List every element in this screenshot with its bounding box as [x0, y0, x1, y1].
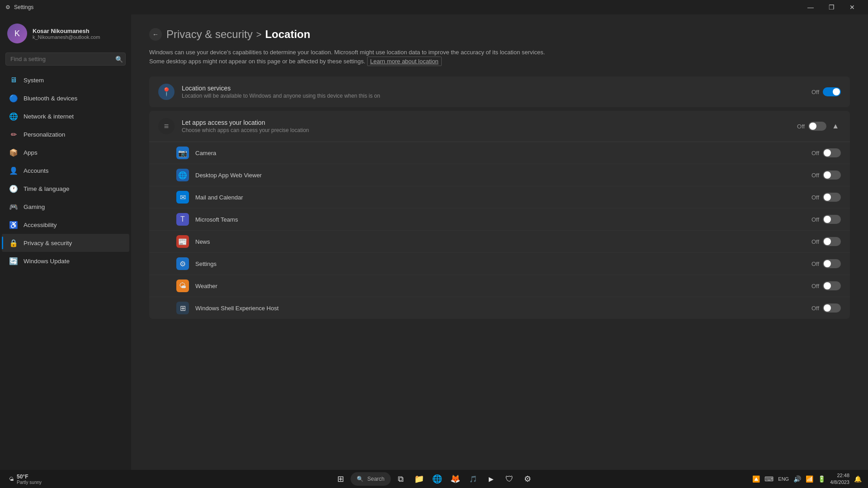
app-control-camera: Off — [811, 148, 841, 157]
app-icon-settings: ⚙ — [176, 257, 189, 270]
sidebar-item-label-time: Time & language — [24, 185, 70, 192]
taskbar-search-icon: 🔍 — [357, 476, 363, 482]
location-services-info: Location services Location will be avail… — [182, 85, 804, 99]
sidebar-item-time[interactable]: 🕐 Time & language — [2, 180, 129, 198]
sidebar-item-update[interactable]: 🔄 Windows Update — [2, 252, 129, 270]
taskbar-center: ⊞ 🔍 Search ⧉ 📁 🌐 🦊 🎵 ▶ 🛡 ⚙ — [332, 471, 535, 487]
app-name-teams: Microsoft Teams — [195, 216, 805, 223]
learn-more-link[interactable]: Learn more about location — [367, 57, 442, 66]
app-icon-weather: 🌤 — [176, 280, 189, 292]
personalization-icon: ✏ — [9, 130, 18, 139]
app-name-desktop-web: Desktop App Web Viewer — [195, 172, 805, 179]
breadcrumb-parent[interactable]: Privacy & security — [166, 28, 253, 41]
sidebar-item-label-gaming: Gaming — [24, 204, 45, 210]
sidebar-nav: 🖥 System 🔵 Bluetooth & devices 🌐 Network… — [0, 71, 131, 270]
app-name-weather: Weather — [195, 283, 805, 289]
sidebar-item-accessibility[interactable]: ♿ Accessibility — [2, 216, 129, 234]
taskbar-app-firefox[interactable]: 🦊 — [447, 471, 463, 487]
search-box: 🔍 — [5, 52, 126, 66]
app-control-teams: Off — [811, 215, 841, 224]
system-icon: 🖥 — [9, 76, 18, 85]
app-icon-windows-shell: ⊞ — [176, 302, 189, 314]
sidebar-item-label-apps: Apps — [24, 149, 38, 156]
bluetooth-icon: 🔵 — [9, 94, 18, 103]
avatar-initials: K — [14, 29, 20, 38]
app-row-desktop-web: 🌐 Desktop App Web Viewer Off — [149, 164, 850, 186]
app-row-settings: ⚙ Settings Off — [149, 253, 850, 275]
app-toggle-teams[interactable] — [823, 215, 841, 224]
app-state-news: Off — [811, 238, 819, 245]
app-toggle-desktop-web[interactable] — [823, 171, 841, 180]
expand-arrow[interactable]: ▲ — [830, 120, 841, 132]
close-button[interactable]: ✕ — [842, 0, 863, 14]
user-profile[interactable]: K Kosar Nikoumanesh k_Nikoumanesh@outloo… — [0, 19, 131, 51]
taskbar-app-music[interactable]: 🎵 — [465, 471, 481, 487]
app-icon-symbol-weather: 🌤 — [179, 282, 186, 290]
tray-battery[interactable]: 🔋 — [817, 474, 826, 483]
network-icon: 🌐 — [9, 112, 18, 121]
let-apps-title: Let apps access your location — [182, 119, 790, 126]
search-input[interactable] — [5, 52, 126, 66]
app-toggle-windows-shell[interactable] — [823, 303, 841, 313]
app-toggle-news[interactable] — [823, 237, 841, 246]
tray-volume[interactable]: 🔊 — [793, 474, 802, 483]
taskbar-app-files[interactable]: 📁 — [411, 471, 427, 487]
taskbar-app-settings[interactable]: ⚙ — [519, 471, 536, 487]
app-icon-teams: T — [176, 213, 189, 226]
tray-chevron[interactable]: 🔼 — [751, 474, 761, 483]
tray-keyboard[interactable]: ⌨ — [764, 474, 774, 483]
sidebar-item-gaming[interactable]: 🎮 Gaming — [2, 198, 129, 216]
app-control-settings: Off — [811, 259, 841, 268]
let-apps-toggle[interactable] — [808, 122, 826, 131]
sidebar-item-accounts[interactable]: 👤 Accounts — [2, 161, 129, 180]
location-services-state: Off — [811, 89, 819, 95]
tray-lang[interactable]: ENG — [777, 475, 790, 483]
taskview-button[interactable]: ⧉ — [393, 471, 409, 487]
user-email: k_Nikoumanesh@outlook.com — [33, 34, 124, 40]
search-icon[interactable]: 🔍 — [115, 56, 123, 63]
sidebar-item-label-privacy: Privacy & security — [24, 240, 72, 246]
sidebar-item-privacy[interactable]: 🔒 Privacy & security — [2, 234, 129, 252]
location-services-desc: Location will be available to Windows an… — [182, 93, 804, 99]
app-row-mail-calendar: ✉ Mail and Calendar Off — [149, 186, 850, 208]
sidebar-item-label-personalization: Personalization — [24, 131, 65, 138]
app-toggle-settings[interactable] — [823, 259, 841, 268]
sidebar-item-apps[interactable]: 📦 Apps — [2, 143, 129, 161]
taskbar-app-shield[interactable]: 🛡 — [501, 471, 518, 487]
minimize-button[interactable]: — — [800, 0, 821, 14]
sidebar-item-personalization[interactable]: ✏ Personalization — [2, 125, 129, 143]
sidebar-item-system[interactable]: 🖥 System — [2, 71, 129, 89]
taskbar-search[interactable]: 🔍 Search — [350, 472, 391, 486]
tray-network[interactable]: 📶 — [805, 474, 814, 483]
sidebar-item-label-update: Windows Update — [24, 258, 70, 265]
sidebar-item-network[interactable]: 🌐 Network & internet — [2, 107, 129, 125]
breadcrumb-current: Location — [265, 28, 310, 41]
sidebar-item-label-system: System — [24, 77, 44, 84]
taskbar-right: 🔼 ⌨ ENG 🔊 📶 🔋 22:48 4/8/2023 🔔 — [751, 472, 863, 486]
accessibility-icon: ♿ — [9, 220, 18, 229]
taskbar-app-ytmusic[interactable]: ▶ — [483, 471, 500, 487]
start-button[interactable]: ⊞ — [332, 471, 349, 487]
clock[interactable]: 22:48 4/8/2023 — [830, 472, 849, 486]
user-name: Kosar Nikoumanesh — [33, 28, 124, 34]
app-state-weather: Off — [811, 283, 819, 289]
app-icon-camera: 📷 — [176, 147, 189, 159]
restore-button[interactable]: ❐ — [821, 0, 842, 14]
back-button[interactable]: ← — [149, 28, 162, 41]
let-apps-state: Off — [797, 123, 805, 130]
weather-widget[interactable]: 🌤 50°F Partly sunny — [5, 472, 45, 487]
sidebar-item-bluetooth[interactable]: 🔵 Bluetooth & devices — [2, 89, 129, 107]
weather-icon: 🌤 — [9, 476, 14, 482]
titlebar-controls: — ❐ ✕ — [800, 0, 863, 14]
let-apps-control: Off ▲ — [797, 120, 841, 132]
app-toggle-weather[interactable] — [823, 281, 841, 290]
let-apps-info: Let apps access your location Choose whi… — [182, 119, 790, 133]
app-state-windows-shell: Off — [811, 305, 819, 312]
app-toggle-mail-calendar[interactable] — [823, 193, 841, 202]
notification-button[interactable]: 🔔 — [853, 474, 863, 483]
app-name-settings: Settings — [195, 261, 805, 267]
location-services-toggle[interactable] — [823, 87, 841, 96]
taskbar-app-edge[interactable]: 🌐 — [429, 471, 445, 487]
app-state-settings: Off — [811, 261, 819, 267]
app-toggle-camera[interactable] — [823, 148, 841, 157]
